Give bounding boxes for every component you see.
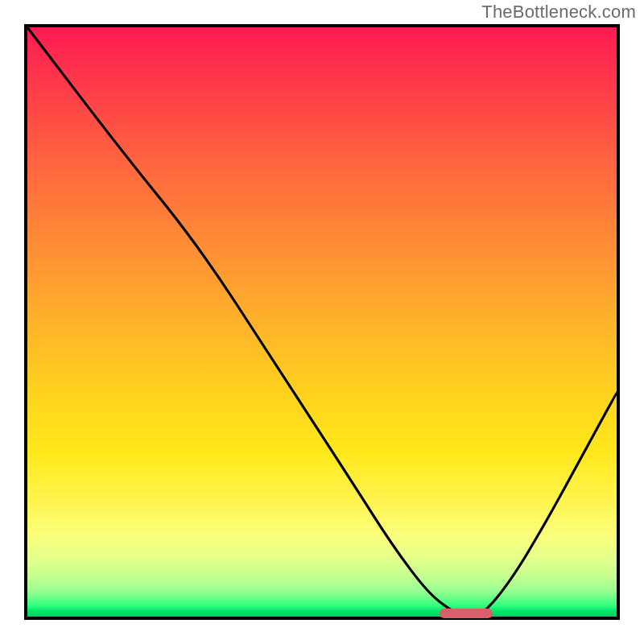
optimal-range-marker (440, 609, 493, 618)
bottleneck-curve-path (27, 27, 617, 617)
curve-svg (27, 27, 617, 617)
chart-frame (24, 24, 620, 620)
watermark-text: TheBottleneck.com (481, 2, 636, 23)
